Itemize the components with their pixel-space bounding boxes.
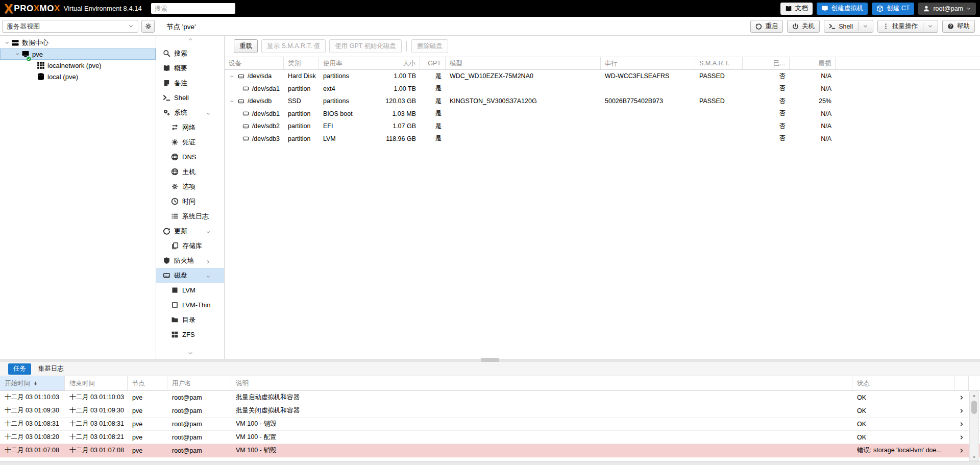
- sidebar-item[interactable]: 防火墙: [156, 253, 224, 268]
- sidebar-item[interactable]: 系统: [156, 105, 224, 120]
- create-ct-button[interactable]: 创建 CT: [872, 3, 914, 15]
- sidebar-item[interactable]: 搜索: [156, 46, 224, 61]
- folder-icon: [171, 316, 179, 324]
- column-header[interactable]: 使用率: [319, 57, 379, 69]
- table-row[interactable]: −/dev/sdaHard Diskpartitions1.00 TB是WDC_…: [225, 70, 980, 83]
- sidebar-item[interactable]: DNS: [156, 150, 224, 164]
- node-action-restart-button[interactable]: 重启: [750, 20, 783, 33]
- tab-tasks[interactable]: 任务: [8, 363, 31, 375]
- column-header[interactable]: 已...: [743, 57, 790, 69]
- scrollbar-thumb[interactable]: [971, 401, 977, 414]
- node-action-dots-button[interactable]: 批量操作: [877, 20, 938, 33]
- sidebar-item[interactable]: 凭证: [156, 135, 224, 150]
- cube-icon: [876, 5, 884, 12]
- table-row[interactable]: /dev/sdb1partitionBIOS boot1.03 MB是否N/A: [225, 108, 980, 120]
- question-icon: [947, 23, 954, 30]
- sidebar-item[interactable]: Shell: [156, 90, 224, 105]
- column-header[interactable]: [954, 376, 969, 390]
- column-header[interactable]: 磨损: [790, 57, 836, 69]
- sidebar-item[interactable]: LVM-Thin: [156, 298, 224, 312]
- task-row[interactable]: 十二月 03 01:10:03十二月 03 01:10:03pveroot@pa…: [0, 391, 980, 404]
- tree-item[interactable]: local (pve): [0, 71, 156, 82]
- column-header[interactable]: 类别: [284, 57, 319, 69]
- documentation-button[interactable]: 文档: [780, 3, 813, 15]
- column-header[interactable]: 说明: [231, 376, 852, 390]
- tree-expander[interactable]: [3, 40, 11, 45]
- task-row[interactable]: 十二月 03 01:08:31十二月 03 01:08:31pveroot@pa…: [0, 418, 980, 431]
- cell-size: 1.00 TB: [379, 83, 420, 95]
- sidebar-item[interactable]: 更新: [156, 224, 224, 238]
- tree-expander[interactable]: [13, 52, 21, 57]
- column-header[interactable]: 用户名: [167, 376, 231, 390]
- task-row[interactable]: 十二月 03 01:07:08十二月 03 01:07:08pveroot@pa…: [0, 444, 980, 457]
- user-label: root@pam: [933, 5, 963, 12]
- chevron-right-icon: [959, 395, 965, 401]
- task-row[interactable]: 十二月 03 01:08:20十二月 03 01:08:21pveroot@pa…: [0, 431, 980, 444]
- task-detail-chevron[interactable]: [954, 418, 969, 430]
- menu-scroll-down[interactable]: [156, 350, 224, 357]
- column-header[interactable]: 设备: [225, 57, 284, 69]
- node-action-power-button[interactable]: 关机: [787, 20, 820, 33]
- chevron-right-icon: [959, 434, 965, 440]
- sidebar-item[interactable]: 主机: [156, 164, 224, 179]
- sidebar-item[interactable]: 时间: [156, 194, 224, 209]
- table-row[interactable]: /dev/sdb2partitionEFI1.07 GB是否N/A: [225, 120, 980, 133]
- task-detail-chevron[interactable]: [954, 404, 969, 417]
- sidebar-item[interactable]: 备注: [156, 76, 224, 90]
- row-expander[interactable]: −: [229, 72, 235, 80]
- table-row[interactable]: −/dev/sdbSSDpartitions120.03 GB是KINGSTON…: [225, 95, 980, 108]
- cell-status: 错误: storage 'local-lvm' doe...: [852, 444, 954, 457]
- column-header[interactable]: S.M.A.R.T.: [695, 57, 743, 69]
- node-action-question-button[interactable]: 帮助: [942, 20, 975, 33]
- sidebar-item[interactable]: ZFS: [156, 327, 224, 342]
- task-detail-chevron[interactable]: [954, 444, 969, 457]
- sidebar-item[interactable]: 磁盘: [156, 268, 224, 283]
- table-row[interactable]: /dev/sda1partitionext41.00 TB是否N/A: [225, 83, 980, 95]
- global-search-input[interactable]: [151, 3, 235, 14]
- user-menu-button[interactable]: root@pam: [918, 3, 976, 15]
- sidebar-item[interactable]: 概要: [156, 61, 224, 76]
- column-header[interactable]: 结束时间: [65, 376, 128, 390]
- chevron-down-icon: [15, 52, 20, 57]
- column-header[interactable]: GPT: [420, 57, 446, 69]
- tree-item[interactable]: 数据中心: [0, 37, 156, 48]
- sidebar-item[interactable]: 系统日志: [156, 209, 224, 224]
- menu-scroll-up[interactable]: [156, 36, 224, 43]
- tree-item[interactable]: pve: [0, 48, 156, 60]
- tab-cluster-log[interactable]: 集群日志: [33, 363, 69, 375]
- column-header-label: 开始时间: [5, 379, 30, 388]
- scroll-down-button[interactable]: [970, 453, 978, 460]
- sidebar-item[interactable]: 目录: [156, 312, 224, 327]
- chevron-down-icon: [5, 40, 10, 45]
- create-vm-button[interactable]: 创建虚拟机: [817, 3, 868, 15]
- cell-usage: partitions: [319, 95, 379, 108]
- tree-settings-button[interactable]: [141, 20, 155, 33]
- cell-serial: [601, 83, 695, 95]
- sidebar-item[interactable]: 网络: [156, 120, 224, 135]
- row-expander[interactable]: −: [229, 97, 235, 105]
- sidebar-item[interactable]: LVM: [156, 283, 224, 298]
- column-header[interactable]: 串行: [601, 57, 695, 69]
- task-scrollbar[interactable]: [969, 391, 979, 461]
- column-header[interactable]: 模型: [446, 57, 601, 69]
- task-detail-chevron[interactable]: [954, 431, 969, 444]
- horizontal-scrollbar[interactable]: [0, 461, 980, 465]
- toolbar-button[interactable]: 重载: [234, 39, 258, 53]
- cell-mounted: 否: [743, 133, 790, 145]
- task-detail-chevron[interactable]: [954, 391, 969, 404]
- node-action-terminal-button[interactable]: Shell: [824, 20, 873, 33]
- button-divider: [858, 22, 859, 31]
- table-row[interactable]: /dev/sdb3partitionLVM118.96 GB是否N/A: [225, 133, 980, 145]
- sidebar-item[interactable]: 存储库: [156, 238, 224, 253]
- column-header[interactable]: 大小: [379, 57, 420, 69]
- task-row[interactable]: 十二月 03 01:09:30十二月 03 01:09:30pveroot@pa…: [0, 404, 980, 418]
- scroll-up-button[interactable]: [970, 392, 978, 399]
- sidebar-item[interactable]: 选项: [156, 179, 224, 194]
- column-header[interactable]: 开始时间: [0, 376, 65, 390]
- column-header[interactable]: 节点: [128, 376, 167, 390]
- cell-start: 十二月 03 01:08:20: [0, 431, 65, 444]
- tree-item[interactable]: localnetwork (pve): [0, 60, 156, 71]
- column-header[interactable]: 状态: [852, 376, 954, 390]
- view-mode-select[interactable]: 服务器视图: [2, 20, 138, 33]
- cell-start: 十二月 03 01:07:08: [0, 444, 65, 457]
